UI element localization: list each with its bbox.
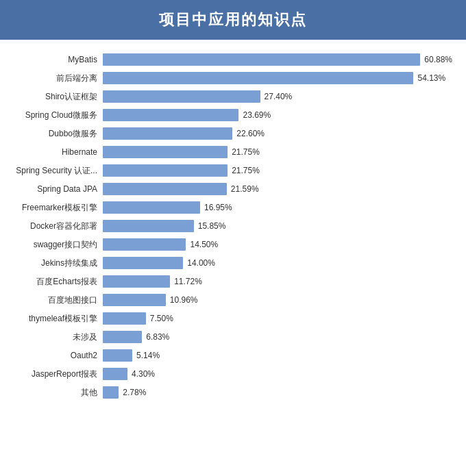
- bar-pct-label: 16.95%: [204, 203, 232, 212]
- bar-row: Freemarker模板引擎16.95%: [14, 200, 452, 215]
- bar-track: 10.96%: [103, 294, 452, 306]
- bar-row: 其他2.78%: [14, 385, 452, 400]
- bar-label: Dubbo微服务: [14, 128, 103, 140]
- bar-fill: [103, 53, 420, 66]
- bar-row: Spring Cloud微服务23.69%: [14, 108, 452, 123]
- bar-label: MyBatis: [14, 55, 103, 64]
- bar-fill: [103, 257, 183, 269]
- bar-row: Jekins持续集成14.00%: [14, 255, 452, 271]
- bar-track: 60.88%: [103, 53, 452, 66]
- bar-track: 14.50%: [103, 238, 452, 251]
- bar-label: 未涉及: [14, 331, 103, 343]
- bar-pct-label: 4.30%: [132, 369, 155, 379]
- bar-track: 23.69%: [103, 109, 452, 121]
- bar-row: 未涉及6.83%: [14, 329, 452, 345]
- bar-fill: [103, 220, 194, 232]
- bar-row: Oauth25.14%: [14, 348, 452, 363]
- bar-row: 前后端分离54.13%: [14, 71, 452, 86]
- bar-chart: MyBatis60.88%前后端分离54.13%Shiro认证框架27.40%S…: [0, 52, 466, 410]
- bar-row: Spring Data JPA21.59%: [14, 181, 452, 197]
- bar-fill: [103, 183, 227, 195]
- bar-label: thymeleaf模板引擎: [14, 313, 103, 325]
- bar-row: JasperReport报表4.30%: [14, 366, 452, 381]
- bar-fill: [103, 201, 200, 214]
- bar-label: Oauth2: [14, 351, 103, 360]
- bar-pct-label: 22.60%: [236, 129, 265, 138]
- bar-track: 21.75%: [103, 164, 452, 177]
- bar-fill: [103, 109, 238, 121]
- bar-pct-label: 5.14%: [136, 351, 160, 360]
- bar-pct-label: 27.40%: [265, 92, 293, 101]
- bar-row: Shiro认证框架27.40%: [14, 89, 452, 104]
- bar-pct-label: 15.85%: [198, 221, 226, 231]
- bar-pct-label: 6.83%: [146, 332, 169, 342]
- bar-pct-label: 14.00%: [187, 258, 215, 268]
- bar-label: Hibernate: [14, 147, 103, 157]
- bar-fill: [103, 90, 260, 103]
- bar-pct-label: 10.96%: [170, 295, 198, 305]
- bar-row: Dubbo微服务22.60%: [14, 126, 452, 141]
- bar-row: swagger接口契约14.50%: [14, 237, 452, 252]
- bar-fill: [103, 294, 166, 306]
- bar-label: swagger接口契约: [14, 239, 103, 251]
- bar-row: thymeleaf模板引擎7.50%: [14, 311, 452, 326]
- bar-label: Spring Data JPA: [14, 184, 103, 194]
- bar-label: Freemarker模板引擎: [14, 202, 103, 214]
- bar-pct-label: 21.75%: [232, 147, 260, 157]
- bar-fill: [103, 349, 132, 362]
- bar-label: Docker容器化部署: [14, 221, 103, 232]
- bar-label: Jekins持续集成: [14, 258, 103, 269]
- chart-title: 项目中应用的知识点: [159, 11, 307, 28]
- bar-fill: [103, 127, 232, 140]
- bar-track: 4.30%: [103, 368, 452, 380]
- bar-label: 其他: [14, 387, 103, 399]
- bar-row: 百度Echarts报表11.72%: [14, 274, 452, 289]
- bar-track: 2.78%: [103, 386, 452, 399]
- bar-fill: [103, 238, 186, 251]
- bar-track: 6.83%: [103, 331, 452, 343]
- bar-track: 27.40%: [103, 90, 452, 103]
- bar-pct-label: 21.75%: [232, 166, 260, 175]
- bar-label: 百度地图接口: [14, 295, 103, 306]
- bar-pct-label: 54.13%: [417, 73, 445, 83]
- bar-label: Spring Security 认证...: [14, 165, 103, 177]
- bar-row: Hibernate21.75%: [14, 145, 452, 160]
- bar-track: 16.95%: [103, 201, 452, 214]
- bar-row: MyBatis60.88%: [14, 52, 452, 67]
- bar-row: Docker容器化部署15.85%: [14, 218, 452, 234]
- bar-track: 21.59%: [103, 183, 452, 195]
- bar-track: 54.13%: [103, 72, 452, 84]
- bar-pct-label: 14.50%: [190, 240, 218, 249]
- bar-pct-label: 60.88%: [424, 55, 452, 64]
- bar-fill: [103, 146, 228, 158]
- bar-fill: [103, 368, 127, 380]
- bar-fill: [103, 312, 146, 325]
- bar-pct-label: 11.72%: [174, 277, 202, 286]
- bar-fill: [103, 275, 170, 288]
- bar-label: 前后端分离: [14, 73, 103, 84]
- bar-track: 22.60%: [103, 127, 452, 140]
- bar-pct-label: 2.78%: [123, 388, 146, 397]
- bar-row: 百度地图接口10.96%: [14, 292, 452, 308]
- bar-pct-label: 23.69%: [243, 110, 271, 120]
- bar-label: Spring Cloud微服务: [14, 110, 103, 121]
- bar-fill: [103, 386, 119, 399]
- bar-fill: [103, 164, 228, 177]
- bar-track: 14.00%: [103, 257, 452, 269]
- chart-header: 项目中应用的知识点: [0, 0, 466, 40]
- bar-track: 7.50%: [103, 312, 452, 325]
- bar-track: 21.75%: [103, 146, 452, 158]
- bar-fill: [103, 72, 413, 84]
- bar-label: 百度Echarts报表: [14, 276, 103, 288]
- bar-label: JasperReport报表: [14, 368, 103, 380]
- bar-track: 15.85%: [103, 220, 452, 232]
- bar-pct-label: 7.50%: [150, 314, 173, 323]
- bar-fill: [103, 331, 142, 343]
- bar-track: 5.14%: [103, 349, 452, 362]
- bar-track: 11.72%: [103, 275, 452, 288]
- bar-row: Spring Security 认证...21.75%: [14, 163, 452, 178]
- bar-label: Shiro认证框架: [14, 91, 103, 103]
- bar-pct-label: 21.59%: [231, 184, 259, 194]
